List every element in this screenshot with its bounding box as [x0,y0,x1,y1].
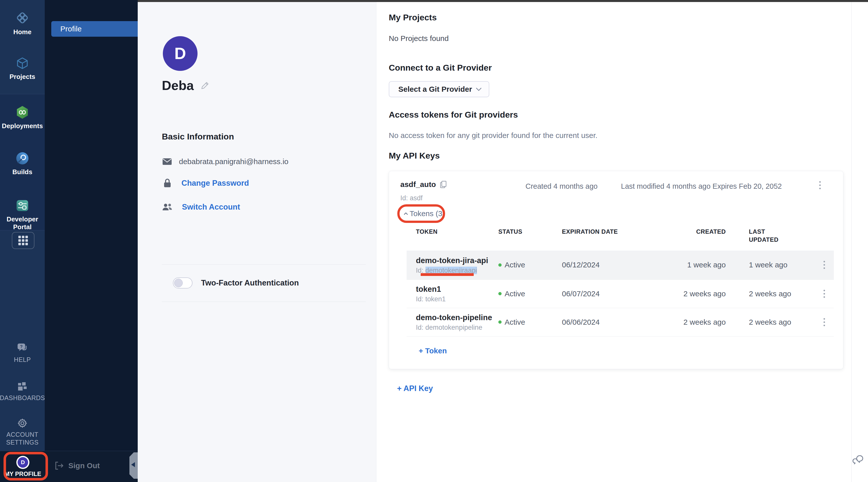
sidebar-item-label: Home [13,28,31,36]
col-header-expiration: EXPIRATION DATE [562,228,660,236]
token-created: 1 week ago [660,261,726,269]
user-name-row: Deba [162,78,210,93]
sign-out-button[interactable]: Sign Out [55,461,100,470]
sidebar-item-label: ACCOUNTSETTINGS [6,431,38,446]
annotation-underline-token-id [421,273,474,276]
sidebar-item-home[interactable]: Home [0,10,45,36]
token-updated: 1 week ago [726,261,816,269]
sidebar-item-account-settings[interactable]: ACCOUNTSETTINGS [0,418,45,446]
token-id: Id: demotokenpipeline [416,324,498,331]
sidebar-item-developer-portal[interactable]: Developer Portal [0,198,45,231]
api-key-name-row: asdf_auto [400,180,446,189]
col-header-status: STATUS [498,228,562,236]
api-key-name: asdf_auto [400,180,436,189]
chevron-left-icon [131,462,135,467]
token-row[interactable]: token1 Id: token1 Active 06/07/2024 2 we… [407,280,834,308]
col-header-updated: LAST UPDATED [726,228,816,244]
copy-icon[interactable] [440,181,446,188]
token-expiration: 06/12/2024 [562,261,660,269]
email-value: debabrata.panigrahi@harness.io [179,157,288,166]
sign-out-label: Sign Out [68,461,100,470]
token-updated: 2 weeks ago [726,290,816,298]
profile-avatar[interactable]: D [163,36,197,71]
token-status: Active [498,290,562,298]
add-api-key-button[interactable]: + API Key [397,384,433,393]
sidebar-item-label: Deployments [2,122,43,130]
api-key-created: Created 4 months ago [525,182,598,190]
col-header-created: CREATED [660,228,726,236]
token-id: Id: token1 [416,295,498,303]
token-created: 2 weeks ago [660,290,726,298]
developer-portal-icon [15,198,30,213]
basic-information-title: Basic Information [162,132,234,142]
token-menu-button[interactable] [816,261,832,269]
token-expiration: 06/06/2024 [562,318,660,326]
two-factor-toggle[interactable] [173,277,192,289]
token-expiration: 06/07/2024 [562,290,660,298]
token-status: Active [498,261,562,269]
status-dot-icon [498,263,502,267]
token-name: token1 [416,284,498,294]
token-menu-button[interactable] [816,318,832,326]
git-provider-select[interactable]: Select a Git Provider [389,81,489,97]
sidebar-item-label: Projects [9,73,35,81]
token-name: demo-token-pipeline [416,312,498,323]
toggle-knob [174,279,183,287]
profile-avatar-letter: D [175,44,186,63]
deployments-hexagon-icon [15,105,30,120]
builds-sphere-icon [15,151,30,165]
add-token-button[interactable]: + Token [419,347,447,355]
sidebar-item-help[interactable]: ? HELP [0,343,45,364]
sidebar-item-label: DASHBOARDS [0,394,45,402]
token-name: demo-token-jira-api [416,255,498,266]
git-provider-title: Connect to a Git Provider [389,63,492,72]
switch-account-icon [162,203,173,211]
email-row: debabrata.panigrahi@harness.io [162,157,288,166]
help-chat-icon: ? [16,343,29,354]
grid-icon [18,236,28,245]
token-row[interactable]: demo-token-pipeline Id: demotokenpipelin… [407,308,834,336]
status-dot-icon [498,321,502,324]
dashboards-grid-icon [17,382,27,392]
mail-icon [162,158,172,165]
access-tokens-empty: No access token for any git provider fou… [389,131,597,140]
chevron-down-icon [476,87,482,91]
api-key-menu-button[interactable] [819,181,821,189]
sign-out-icon [55,461,64,470]
profile-panel [138,2,376,482]
token-created: 2 weeks ago [660,318,726,326]
annotation-box-tokens [397,204,445,223]
tokens-table: TOKEN STATUS EXPIRATION DATE CREATED LAS… [407,228,834,336]
my-projects-empty: No Projects found [389,34,448,43]
module-selector-button[interactable] [12,232,34,249]
two-factor-label: Two-Factor Authentication [201,278,299,288]
primary-sidebar: Home Projects Deployments [0,0,45,482]
change-password-row: Change Password [163,178,249,188]
secondary-sidebar: Profile [45,0,138,482]
sidebar-item-profile-selected[interactable]: Profile [51,21,138,37]
api-keys-title: My API Keys [389,151,440,160]
cube-icon [15,56,30,70]
sidebar-item-label: Developer Portal [2,215,42,231]
tokens-table-header: TOKEN STATUS EXPIRATION DATE CREATED LAS… [407,228,834,250]
sidebar-item-builds[interactable]: Builds [0,151,45,176]
token-status: Active [498,318,562,326]
user-name: Deba [162,78,194,93]
svg-text:?: ? [20,344,23,349]
chat-help-button[interactable] [852,453,865,466]
status-dot-icon [498,292,502,295]
sidebar-item-deployments[interactable]: Deployments [0,105,45,130]
switch-account-link[interactable]: Switch Account [182,203,240,212]
profile-tab-label: Profile [60,25,82,33]
harness-home-icon [14,10,30,26]
divider [162,264,366,265]
gear-icon [17,418,28,429]
api-key-modified: Last modified 4 months ago Expires Feb 2… [621,182,782,190]
scroll-gutter-divider [851,2,852,482]
col-header-token: TOKEN [416,228,498,236]
sidebar-item-dashboards[interactable]: DASHBOARDS [0,382,45,402]
edit-pencil-icon[interactable] [200,81,210,90]
token-menu-button[interactable] [816,290,832,298]
sidebar-item-projects[interactable]: Projects [0,56,45,81]
change-password-link[interactable]: Change Password [181,179,249,188]
